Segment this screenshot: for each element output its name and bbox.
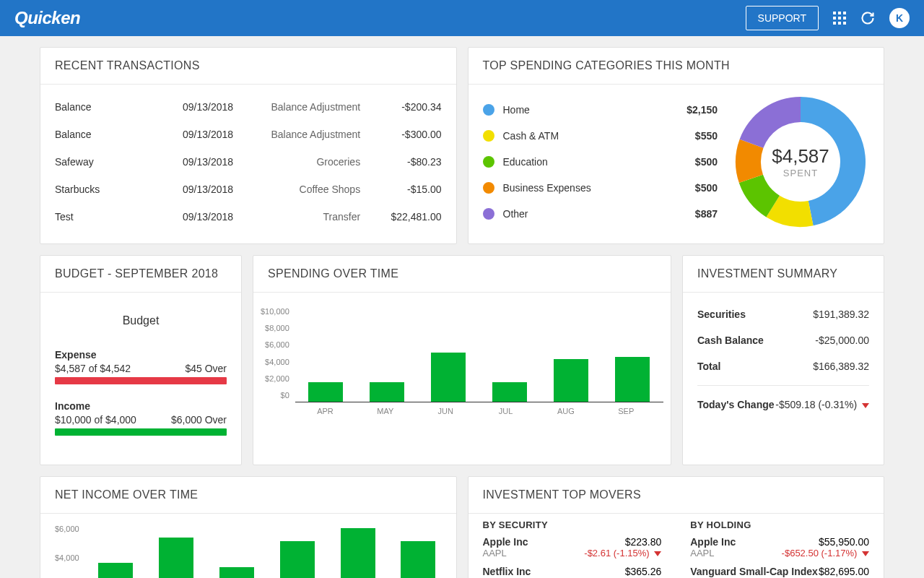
chart-bars (85, 525, 449, 578)
movers-col-header: BY SECURITY (483, 519, 662, 530)
budget-subtitle: Budget (55, 314, 227, 327)
budget-card: BUDGET - SEPTEMBER 2018 Budget Expense $… (40, 255, 242, 465)
spending-donut-chart: $4,587 SPENT (732, 93, 869, 230)
legend-item[interactable]: Home$2,150 (483, 97, 718, 123)
dashboard-content: RECENT TRANSACTIONS Balance09/13/2018Bal… (0, 36, 924, 578)
svg-rect-6 (833, 22, 836, 25)
budget-expense-line: $4,587 of $4,542 (55, 363, 131, 374)
top-spending-card: TOP SPENDING CATEGORIES THIS MONTH Home$… (468, 47, 885, 244)
support-button[interactable]: SUPPORT (746, 6, 819, 30)
legend-item[interactable]: Education$500 (483, 149, 718, 175)
transaction-row[interactable]: Starbucks09/13/2018Coffee Shops-$15.00 (55, 176, 442, 203)
chart-bars (295, 307, 663, 402)
down-arrow-icon (862, 403, 869, 408)
svg-rect-5 (843, 17, 846, 20)
mover-row[interactable]: Netflix Inc$365.26 (483, 566, 662, 577)
legend-item[interactable]: Cash & ATM$550 (483, 123, 718, 149)
budget-income-bar (55, 428, 227, 436)
down-arrow-icon (654, 551, 661, 556)
budget-income-over: $6,000 Over (171, 414, 227, 426)
chart-x-axis: APRMAYJUNJULAUGSEP (295, 402, 663, 415)
card-title: NET INCOME OVER TIME (40, 477, 456, 514)
spending-total-label: SPENT (772, 168, 829, 178)
card-title: TOP SPENDING CATEGORIES THIS MONTH (468, 48, 884, 85)
legend-item[interactable]: Other$887 (483, 201, 718, 227)
investment-top-movers-card: INVESTMENT TOP MOVERS BY SECURITY Apple … (468, 476, 885, 578)
budget-income-label: Income (55, 400, 227, 412)
movers-by-security: BY SECURITY Apple Inc$223.80AAPL-$2.61 (… (483, 519, 662, 578)
budget-expense-over: $45 Over (185, 363, 227, 374)
app-header: Quicken SUPPORT K (0, 0, 924, 36)
budget-expense: Expense $4,587 of $4,542$45 Over (55, 349, 227, 384)
logo: Quicken (14, 8, 80, 28)
movers-by-holding: BY HOLDING Apple Inc$55,950.00AAPL-$652.… (690, 519, 869, 578)
apps-grid-icon[interactable] (833, 12, 846, 25)
svg-rect-0 (833, 12, 836, 14)
svg-rect-8 (843, 22, 846, 25)
header-actions: SUPPORT K (746, 6, 910, 30)
card-title: RECENT TRANSACTIONS (40, 48, 456, 85)
investment-row: Securities$191,389.32 (697, 301, 869, 327)
investment-change: Today's Change-$509.18 (-0.31%) (697, 392, 869, 418)
down-arrow-icon (862, 551, 869, 556)
transaction-row[interactable]: Test09/13/2018Transfer$22,481.00 (55, 203, 442, 230)
spending-over-time-card: SPENDING OVER TIME $10,000$8,000$6,000$4… (253, 255, 671, 465)
refresh-icon[interactable] (860, 11, 875, 25)
svg-rect-7 (838, 22, 841, 25)
recent-transactions-card: RECENT TRANSACTIONS Balance09/13/2018Bal… (40, 47, 457, 244)
mover-row[interactable]: Apple Inc$55,950.00AAPL-$652.50 (-1.17%) (690, 536, 869, 558)
card-title: BUDGET - SEPTEMBER 2018 (40, 256, 241, 293)
mover-row[interactable]: Apple Inc$223.80AAPL-$2.61 (-1.15%) (483, 536, 662, 558)
spending-total: $4,587 (772, 145, 829, 168)
legend-item[interactable]: Business Expenses$500 (483, 175, 718, 201)
transaction-row[interactable]: Balance09/13/2018Balance Adjustment-$200… (55, 93, 442, 121)
svg-rect-4 (838, 17, 841, 20)
svg-rect-2 (843, 12, 846, 14)
chart-y-axis: $10,000$8,000$6,000$4,000$2,000$0 (261, 307, 295, 415)
transaction-row[interactable]: Balance09/13/2018Balance Adjustment-$300… (55, 121, 442, 148)
investment-row: Total$166,389.32 (697, 353, 869, 379)
mover-row[interactable]: Vanguard Small-Cap Index Fun…$82,695.00 (690, 566, 869, 578)
budget-expense-label: Expense (55, 349, 227, 361)
chart-y-axis: $6,000$4,000 (55, 525, 85, 578)
card-title: SPENDING OVER TIME (253, 256, 671, 293)
card-title: INVESTMENT SUMMARY (683, 256, 884, 293)
net-income-card: NET INCOME OVER TIME $6,000$4,000 (40, 476, 457, 578)
budget-expense-bar (55, 377, 227, 384)
investment-row: Cash Balance-$25,000.00 (697, 327, 869, 353)
svg-rect-1 (838, 12, 841, 14)
budget-income-line: $10,000 of $4,000 (55, 414, 136, 426)
movers-col-header: BY HOLDING (690, 519, 869, 530)
spending-legend: Home$2,150Cash & ATM$550Education$500Bus… (483, 97, 718, 227)
avatar[interactable]: K (889, 8, 910, 28)
budget-income: Income $10,000 of $4,000$6,000 Over (55, 400, 227, 436)
card-title: INVESTMENT TOP MOVERS (468, 477, 884, 514)
svg-rect-3 (833, 17, 836, 20)
transaction-row[interactable]: Safeway09/13/2018Groceries-$80.23 (55, 148, 442, 176)
investment-summary-card: INVESTMENT SUMMARY Securities$191,389.32… (682, 255, 884, 465)
